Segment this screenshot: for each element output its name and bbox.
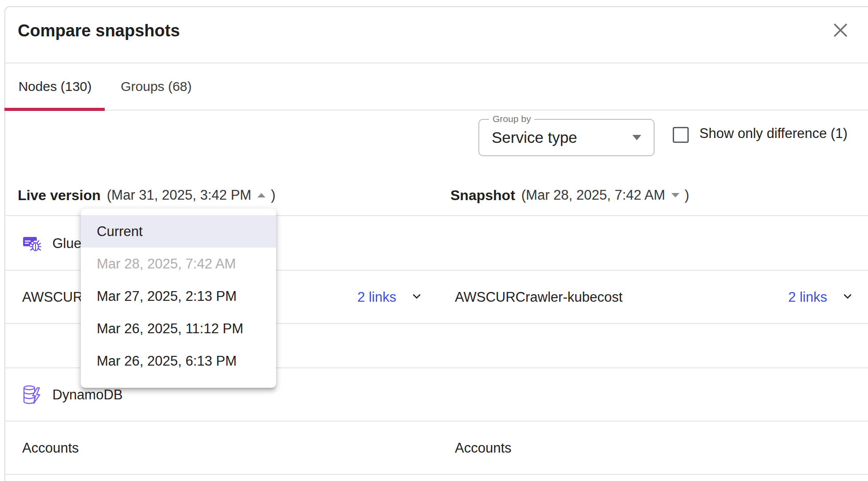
left-links-link[interactable]: 2 links bbox=[357, 289, 396, 305]
snapshot-header: Snapshot (Mar 28, 2025, 7:42 AM ) bbox=[450, 185, 689, 205]
show-only-difference-checkbox[interactable] bbox=[673, 127, 689, 143]
right-expand-button[interactable] bbox=[840, 290, 855, 304]
node-right: AWSCURCrawler-kubecost 2 links bbox=[442, 271, 868, 324]
live-version-header: Live version (Mar 31, 2025, 3:42 PM ) bbox=[18, 185, 276, 205]
menu-item-mar-26-early[interactable]: Mar 26, 2025, 6:13 PM bbox=[81, 345, 276, 377]
active-tab-indicator bbox=[4, 108, 105, 111]
live-version-title: Live version bbox=[18, 187, 101, 204]
node-row-accounts: Accounts Accounts bbox=[4, 422, 868, 475]
menu-item-label: Mar 26, 2025, 6:13 PM bbox=[97, 353, 237, 369]
tab-groups-label: Groups (68) bbox=[121, 79, 192, 94]
dropdown-arrow-icon bbox=[632, 135, 641, 140]
close-button[interactable] bbox=[831, 21, 850, 41]
show-only-difference-label: Show only difference (1) bbox=[699, 120, 848, 147]
menu-item-label: Current bbox=[97, 224, 142, 240]
tab-groups[interactable]: Groups (68) bbox=[106, 64, 207, 109]
close-icon bbox=[832, 22, 848, 40]
dialog-title: Compare snapshots bbox=[18, 21, 180, 40]
accounts-right: Accounts bbox=[442, 422, 868, 475]
right-links-link[interactable]: 2 links bbox=[788, 289, 827, 305]
menu-item-label: Mar 27, 2025, 2:13 PM bbox=[97, 288, 237, 304]
menu-item-label: Mar 26, 2025, 11:12 PM bbox=[97, 321, 243, 337]
tab-nodes[interactable]: Nodes (130) bbox=[4, 64, 106, 109]
chevron-down-icon bbox=[410, 290, 423, 305]
version-dropdown-menu: Current Mar 28, 2025, 7:42 AM Mar 27, 20… bbox=[81, 209, 276, 388]
snapshot-paren: ) bbox=[685, 187, 689, 203]
header-divider bbox=[4, 63, 868, 63]
group-label: Glue bbox=[52, 236, 81, 252]
live-version-date-trigger[interactable]: (Mar 31, 2025, 3:42 PM bbox=[107, 187, 252, 203]
dynamodb-icon bbox=[22, 384, 43, 406]
snapshot-date-trigger[interactable]: (Mar 28, 2025, 7:42 AM bbox=[521, 187, 665, 203]
menu-item-mar-28: Mar 28, 2025, 7:42 AM bbox=[81, 248, 276, 280]
row-divider bbox=[4, 474, 868, 475]
sort-up-icon[interactable] bbox=[257, 193, 265, 197]
menu-item-current[interactable]: Current bbox=[81, 215, 276, 248]
group-by-select[interactable]: Group by Service type bbox=[478, 119, 655, 156]
node-right-label: AWSCURCrawler-kubecost bbox=[455, 289, 623, 305]
tab-nodes-label: Nodes (130) bbox=[18, 79, 91, 94]
snapshot-title: Snapshot bbox=[450, 187, 515, 204]
left-expand-button[interactable] bbox=[410, 290, 424, 304]
sort-down-icon[interactable] bbox=[671, 193, 679, 197]
glue-icon bbox=[22, 233, 43, 254]
accounts-left-label: Accounts bbox=[22, 440, 79, 456]
menu-item-label: Mar 28, 2025, 7:42 AM bbox=[97, 256, 236, 272]
accounts-left: Accounts bbox=[9, 422, 428, 475]
accounts-right-label: Accounts bbox=[455, 440, 512, 456]
menu-item-mar-27[interactable]: Mar 27, 2025, 2:13 PM bbox=[81, 280, 276, 312]
group-label: DynamoDB bbox=[52, 387, 123, 403]
live-version-paren: ) bbox=[271, 187, 275, 203]
group-by-value: Service type bbox=[492, 120, 577, 155]
menu-item-mar-26-late[interactable]: Mar 26, 2025, 11:12 PM bbox=[81, 312, 276, 345]
chevron-down-icon bbox=[841, 290, 854, 305]
tabs-divider bbox=[4, 110, 868, 110]
